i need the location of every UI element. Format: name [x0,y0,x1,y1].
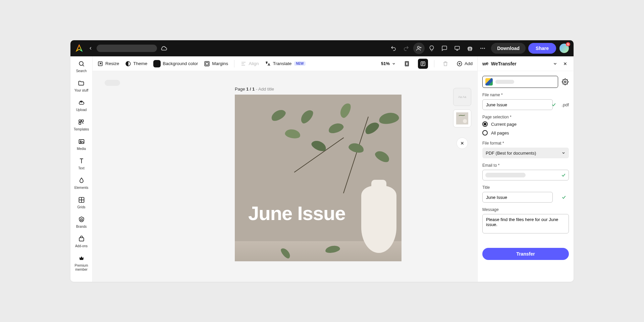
email-to-input[interactable] [482,170,569,180]
svg-point-6 [480,48,481,49]
radio-all-pages[interactable]: All pages [482,130,569,136]
margins-tool[interactable]: Margins [204,61,228,67]
print-icon[interactable] [464,43,476,54]
page-header[interactable]: Page 1 / 1 - Add title [235,87,274,92]
add-user-icon[interactable] [413,43,425,54]
svg-point-8 [484,48,485,49]
redo-icon[interactable] [400,43,412,54]
nav-label: Add-ons [75,244,88,248]
nav-upload[interactable]: Upload [76,99,87,112]
tb-label: Theme [133,61,147,66]
wetransfer-panel: we WeTransfer File name [477,56,574,282]
nav-label: Text [78,166,84,170]
resize-icon [97,61,103,67]
cloud-sync-icon[interactable] [160,44,168,52]
file-name-label: File name [482,93,569,97]
panel-title: WeTransfer [491,61,517,66]
download-button[interactable]: Download [491,43,526,54]
page-label-prefix: Page [235,87,246,92]
delete-button[interactable] [440,59,450,69]
topbar: Download Share 5 [70,40,574,56]
nav-brands[interactable]: Brands [76,215,87,229]
upload-icon [77,99,85,107]
tb-label: Add [465,61,473,66]
nav-grids[interactable]: Grids [77,196,86,209]
share-button[interactable]: Share [528,43,556,54]
chevron-down-icon [561,151,566,155]
close-panel-button[interactable] [561,60,569,67]
tb-label: Resize [105,61,119,66]
nav-label: Search [76,69,87,73]
thumbnail-page-1[interactable] [453,109,471,127]
nav-label: Brands [76,225,87,229]
nav-addons[interactable]: Add-ons [75,235,88,248]
user-avatar[interactable]: 5 [559,44,569,53]
nav-elements[interactable]: Elements [74,176,89,190]
title-input[interactable] [482,192,553,203]
tb-label: Margins [212,61,228,66]
canvas-area[interactable]: Page 1 / 1 - Add title [93,71,477,282]
nav-label: Your stuff [74,89,89,93]
wetransfer-logo-icon: we [482,61,488,66]
account-select[interactable] [482,76,558,88]
layer-indicator[interactable] [105,80,120,86]
brand-logo[interactable] [75,44,83,52]
radio-current-page[interactable]: Current page [482,121,569,127]
more-icon[interactable] [477,43,488,54]
nav-premium[interactable]: Premium member [71,254,92,272]
artwork-leaf [327,121,345,135]
message-textarea[interactable] [482,214,569,233]
file-name-input[interactable] [482,99,553,110]
transfer-button[interactable]: Transfer [482,248,569,260]
design-canvas[interactable]: June Issue [235,95,401,261]
svg-point-0 [418,46,420,48]
svg-rect-13 [79,122,81,124]
check-icon [561,173,566,177]
svg-rect-33 [456,112,468,124]
zoom-value: 51% [381,61,390,66]
nav-label: Grids [77,205,86,209]
zoom-control[interactable]: 51% [381,61,396,66]
account-logo-icon [485,78,493,86]
resize-tool[interactable]: Resize [97,61,119,67]
translate-icon [265,61,271,67]
artwork-vase [361,186,396,253]
theme-icon [125,61,131,67]
comment-icon[interactable] [439,43,450,54]
left-sidebar: Search Your stuff Upload Templates Media… [70,56,93,282]
settings-button[interactable] [561,78,569,86]
gear-icon [562,78,569,85]
file-format-select[interactable]: PDF (Best for documents) [482,148,569,158]
theme-tool[interactable]: Theme [125,61,147,67]
svg-point-34 [463,119,467,123]
close-icon [460,141,465,146]
back-button[interactable] [87,44,95,52]
nav-label: Upload [76,108,87,112]
view-mode-button[interactable] [418,59,428,69]
close-thumbnails-button[interactable] [457,138,468,149]
nav-your-stuff[interactable]: Your stuff [74,79,89,93]
undo-icon[interactable] [388,43,399,54]
lightbulb-icon[interactable] [426,43,437,54]
present-icon[interactable] [451,43,463,54]
artwork-title-text[interactable]: June Issue [248,202,345,224]
nav-text[interactable]: Text [77,157,86,170]
bgcolor-tool[interactable]: Background color [153,60,198,67]
pages-view-button[interactable] [402,59,412,69]
thumbnail-blank[interactable]: Aa Aa [453,88,471,106]
account-name-placeholder [495,80,514,84]
nav-search[interactable]: Search [76,60,87,73]
translate-tool[interactable]: Translate NEW [265,61,305,67]
nav-media[interactable]: Media [77,138,86,151]
context-toolbar: Resize Theme Background color Margins [93,56,477,71]
collapse-panel-button[interactable] [551,60,559,67]
grids-icon [77,196,86,204]
plus-circle-icon [457,61,463,67]
page-thumbnails: Aa Aa [453,88,471,149]
nav-templates[interactable]: Templates [74,118,89,131]
notification-badge: 5 [566,42,570,46]
artwork-leaf [374,149,391,164]
add-page-button[interactable]: Add [457,61,473,67]
document-title-placeholder[interactable] [97,45,157,52]
tb-label: Translate [273,61,291,66]
